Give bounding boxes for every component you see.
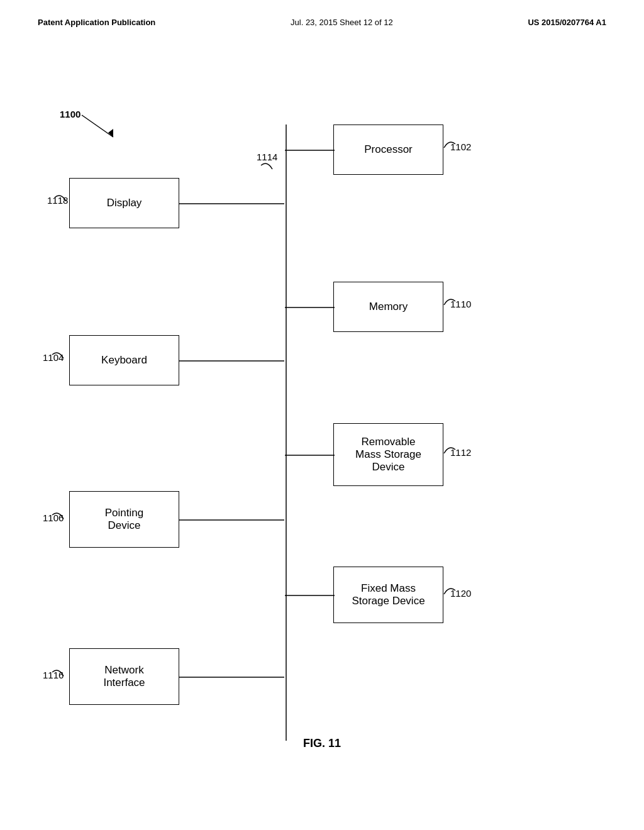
- curve-1114: [261, 160, 274, 172]
- curve-1104: [52, 350, 65, 361]
- arrow-1100: [82, 115, 119, 140]
- conn-processor: [285, 150, 335, 152]
- curve-1106: [52, 510, 65, 521]
- pointing-box: Pointing Device: [69, 491, 179, 548]
- page-header: Patent Application Publication Jul. 23, …: [0, 0, 644, 27]
- conn-memory: [285, 307, 335, 309]
- network-box: Network Interface: [69, 648, 179, 705]
- curve-1116: [52, 667, 65, 678]
- conn-network: [179, 677, 284, 678]
- header-left: Patent Application Publication: [38, 18, 155, 27]
- keyboard-box: Keyboard: [69, 335, 179, 385]
- conn-removable: [285, 455, 335, 456]
- diagram-area: 1100 Processor 1102 Memory 1110 Removabl…: [0, 33, 644, 775]
- ref-1100: 1100: [60, 109, 80, 119]
- curve-1110: [444, 296, 457, 307]
- display-box: Display: [69, 178, 179, 228]
- conn-display: [179, 203, 284, 205]
- processor-box: Processor: [333, 124, 443, 175]
- fig-caption: FIG. 11: [303, 737, 341, 750]
- conn-pointing: [179, 519, 284, 521]
- curve-1120: [444, 585, 457, 597]
- conn-fixed: [285, 595, 335, 597]
- curve-1118: [55, 192, 67, 204]
- curve-1112: [444, 445, 457, 456]
- removable-box: Removable Mass Storage Device: [333, 423, 443, 486]
- memory-box: Memory: [333, 282, 443, 332]
- header-right: US 2015/0207764 A1: [528, 18, 606, 27]
- bus-line: [283, 124, 289, 741]
- curve-1102: [444, 139, 457, 150]
- header-center: Jul. 23, 2015 Sheet 12 of 12: [291, 18, 393, 27]
- conn-keyboard: [179, 360, 284, 362]
- fixed-box: Fixed Mass Storage Device: [333, 567, 443, 623]
- svg-line-0: [82, 115, 113, 137]
